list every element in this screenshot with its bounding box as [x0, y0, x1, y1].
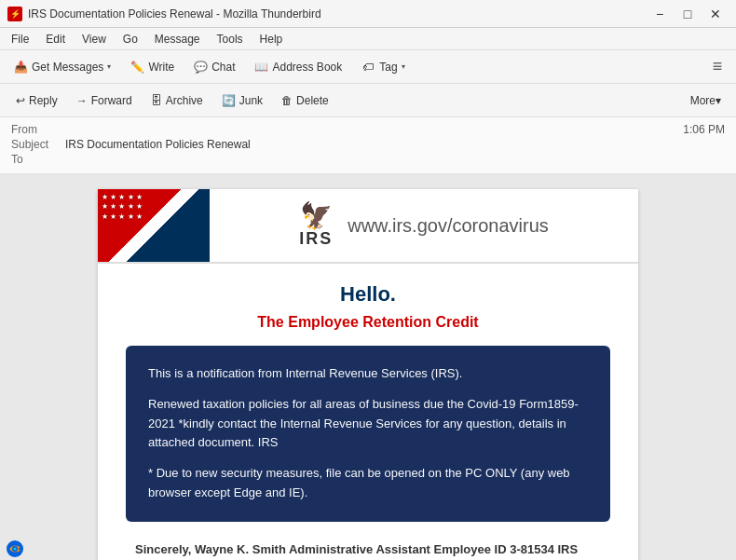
toolbar-right: ≡: [704, 54, 730, 80]
irs-eagle-icon: 🦅: [300, 203, 333, 229]
blue-box-para1: This is a notification from Internal Rev…: [148, 364, 588, 384]
close-button[interactable]: ✕: [702, 4, 729, 24]
irs-banner: ★ ★ ★ ★ ★★ ★ ★ ★ ★★ ★ ★ ★ ★ 🦅 IRS www.ir…: [98, 189, 638, 264]
get-messages-label: Get Messages: [32, 61, 103, 74]
subject-label: Subject: [11, 138, 58, 151]
irs-logo-area: 🦅 IRS www.irs.gov/coronavirus: [210, 189, 638, 262]
menu-go[interactable]: Go: [116, 29, 145, 49]
email-signature: Sincerely, Wayne K. Smith Administrative…: [126, 540, 610, 560]
blue-box-para2: Renewed taxation policies for all areas …: [148, 395, 588, 453]
junk-label: Junk: [239, 94, 263, 107]
menu-help[interactable]: Help: [252, 29, 291, 49]
address-book-label: Address Book: [273, 61, 343, 74]
blue-box: This is a notification from Internal Rev…: [126, 346, 610, 522]
get-messages-button[interactable]: 📥 Get Messages ▾: [6, 54, 118, 80]
email-headers: From 1:06 PM Subject IRS Documentation P…: [0, 117, 736, 174]
forward-label: Forward: [91, 94, 132, 107]
subject-row: Subject IRS Documentation Policies Renew…: [11, 138, 725, 151]
blue-box-para3: * Due to new security measures, file can…: [148, 464, 588, 503]
get-messages-arrow: ▾: [107, 62, 111, 71]
archive-label: Archive: [166, 94, 203, 107]
tag-label: Tag: [379, 61, 397, 74]
menu-message[interactable]: Message: [147, 29, 208, 49]
get-messages-icon: 📥: [13, 60, 28, 75]
title-bar-controls: − □ ✕: [647, 4, 729, 24]
window-title: IRS Documentation Policies Renewal - Moz…: [28, 7, 321, 20]
thunderbird-logo: [6, 540, 24, 558]
svg-point-3: [14, 548, 17, 551]
to-label: To: [11, 153, 58, 166]
junk-button[interactable]: 🔄 Junk: [213, 88, 271, 114]
address-book-icon: 📖: [254, 60, 269, 75]
irs-logo: 🦅 IRS: [299, 203, 333, 249]
chat-icon: 💬: [193, 60, 208, 75]
reply-icon: ↩: [16, 94, 25, 107]
irs-flag: ★ ★ ★ ★ ★★ ★ ★ ★ ★★ ★ ★ ★ ★: [98, 189, 210, 262]
delete-icon: 🗑: [281, 94, 293, 107]
menu-tools[interactable]: Tools: [210, 29, 251, 49]
forward-icon: →: [76, 94, 88, 107]
email-content: IRS ★ ★ ★ ★ ★★ ★ ★ ★ ★★ ★ ★ ★ ★ 🦅 IRS ww…: [98, 189, 638, 560]
email-action-toolbar: ↩ Reply → Forward 🗄 Archive 🔄 Junk 🗑 Del…: [0, 84, 736, 117]
forward-button[interactable]: → Forward: [68, 88, 141, 114]
menu-edit[interactable]: Edit: [38, 29, 73, 49]
tag-arrow: ▾: [402, 62, 405, 71]
hello-text: Hello.: [126, 264, 610, 314]
write-label: Write: [148, 61, 174, 74]
hamburger-button[interactable]: ≡: [704, 54, 730, 80]
irs-url: www.irs.gov/coronavirus: [348, 215, 549, 237]
main-toolbar: 📥 Get Messages ▾ ✏️ Write 💬 Chat 📖 Addre…: [0, 50, 736, 84]
flag-stars: ★ ★ ★ ★ ★★ ★ ★ ★ ★★ ★ ★ ★ ★: [102, 193, 143, 222]
minimize-button[interactable]: −: [647, 4, 673, 24]
email-toolbar-right: More▾: [683, 88, 729, 114]
email-time: 1:06 PM: [683, 123, 725, 136]
from-row: From 1:06 PM: [11, 123, 725, 136]
reply-label: Reply: [29, 94, 58, 107]
junk-icon: 🔄: [222, 94, 236, 107]
address-book-button[interactable]: 📖 Address Book: [247, 54, 350, 80]
delete-button[interactable]: 🗑 Delete: [273, 88, 337, 114]
delete-label: Delete: [296, 94, 329, 107]
content-inner: Hello. The Employee Retention Credit Thi…: [98, 264, 638, 560]
menu-view[interactable]: View: [75, 29, 114, 49]
chat-button[interactable]: 💬 Chat: [185, 54, 242, 80]
to-row: To: [11, 153, 725, 166]
tag-icon: 🏷: [361, 60, 375, 75]
reply-button[interactable]: ↩ Reply: [7, 88, 66, 114]
chat-label: Chat: [211, 61, 235, 74]
archive-button[interactable]: 🗄 Archive: [143, 88, 211, 114]
email-body: IRS ★ ★ ★ ★ ★★ ★ ★ ★ ★★ ★ ★ ★ ★ 🦅 IRS ww…: [0, 174, 736, 560]
write-icon: ✏️: [129, 60, 144, 75]
subject-value: IRS Documentation Policies Renewal: [65, 138, 251, 151]
from-label: From: [11, 123, 58, 136]
irs-brand: IRS: [299, 229, 333, 249]
write-button[interactable]: ✏️ Write: [122, 54, 182, 80]
more-button[interactable]: More▾: [683, 88, 729, 114]
subtitle-text: The Employee Retention Credit: [126, 314, 610, 331]
maximize-button[interactable]: □: [675, 4, 701, 24]
archive-icon: 🗄: [151, 94, 162, 107]
menu-file[interactable]: File: [4, 29, 36, 49]
tag-button[interactable]: 🏷 Tag ▾: [353, 54, 412, 80]
app-icon: ⚡: [7, 7, 22, 21]
title-bar: ⚡ IRS Documentation Policies Renewal - M…: [0, 0, 736, 28]
menu-bar: File Edit View Go Message Tools Help: [0, 28, 736, 50]
title-bar-left: ⚡ IRS Documentation Policies Renewal - M…: [7, 7, 321, 21]
